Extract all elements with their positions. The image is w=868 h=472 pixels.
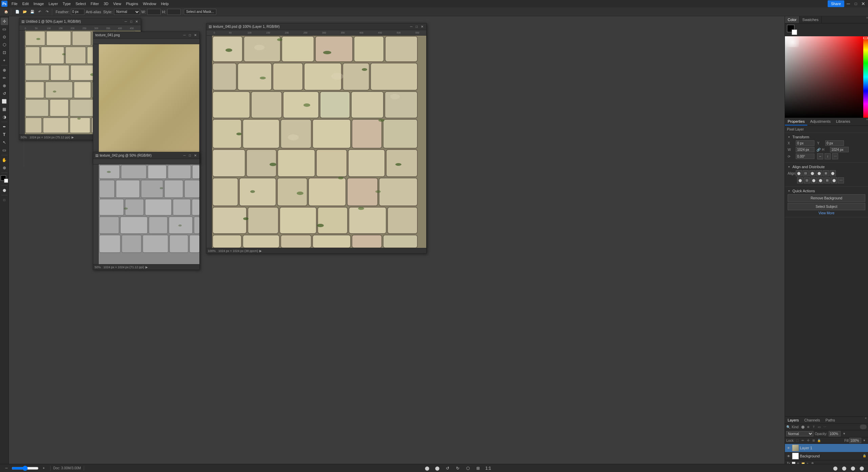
menu-edit[interactable]: Edit: [20, 1, 31, 6]
pen-tool[interactable]: ✒: [1, 123, 8, 131]
status-rotate-left-button[interactable]: ↺: [444, 465, 451, 472]
maximize-app-button[interactable]: □: [852, 0, 859, 7]
fill-input[interactable]: [849, 438, 861, 443]
selection-tool[interactable]: ▭: [1, 25, 8, 33]
feather-input[interactable]: [71, 9, 84, 15]
filter-type-button[interactable]: T: [811, 425, 816, 429]
dodge-tool[interactable]: ◑: [1, 113, 8, 121]
menu-file[interactable]: File: [9, 1, 20, 6]
doc1-arrow[interactable]: ▶: [72, 136, 74, 139]
flip-v-button[interactable]: ↕: [825, 153, 831, 159]
lock-artboard-button[interactable]: ⊞: [811, 438, 816, 443]
menu-layer[interactable]: Layer: [46, 1, 60, 6]
color-panel-collapse[interactable]: ≡: [866, 16, 868, 23]
object-select-tool[interactable]: ⬡: [1, 41, 8, 48]
lock-pixels-button[interactable]: ✏: [801, 438, 805, 443]
toolbar-home-button[interactable]: 🏠: [3, 8, 9, 15]
filter-shape-button[interactable]: ▭: [817, 425, 822, 429]
menu-window[interactable]: Window: [141, 1, 158, 6]
doc3-minimize[interactable]: ─: [182, 154, 186, 158]
minimize-app-button[interactable]: ─: [845, 0, 852, 7]
history-brush-tool[interactable]: ↺: [1, 90, 8, 97]
toolbar-redo-button[interactable]: ↷: [44, 8, 51, 15]
w-input[interactable]: [796, 147, 814, 152]
menu-type[interactable]: Type: [61, 1, 73, 6]
doc4-arrow[interactable]: ▶: [259, 249, 262, 253]
lasso-tool[interactable]: ⊙: [1, 33, 8, 41]
doc4-minimize[interactable]: ─: [409, 25, 413, 29]
y-input[interactable]: [825, 140, 844, 146]
status-prev-button[interactable]: ⬤: [423, 465, 431, 472]
doc3-arrow[interactable]: ▶: [145, 266, 148, 269]
doc2-titlebar[interactable]: texture_041.png ─ □ ✕: [93, 32, 199, 39]
layers-panel-collapse[interactable]: ≡: [865, 417, 868, 424]
transform-arrow[interactable]: ▼: [788, 136, 790, 139]
zoom-slider[interactable]: [12, 467, 39, 470]
adjustments-tab[interactable]: Adjustments: [807, 118, 833, 125]
quick-actions-arrow[interactable]: ▼: [788, 190, 790, 193]
move-tool[interactable]: ✢: [1, 18, 8, 25]
align-right-button[interactable]: ⬤: [809, 170, 815, 176]
align-arrow[interactable]: ▼: [788, 165, 790, 169]
align-bottom-button[interactable]: ⬤: [830, 170, 836, 176]
doc1-titlebar[interactable]: 🖼 Untitled-1 @ 50% (Layer 1, RGB/8#) ─ □…: [19, 18, 141, 25]
doc2-maximize[interactable]: □: [188, 33, 192, 37]
color-gradient-picker[interactable]: [785, 36, 863, 118]
dist-bottom-button[interactable]: ⬤: [831, 177, 837, 183]
properties-tab[interactable]: Properties: [785, 118, 807, 125]
status-rotate-button[interactable]: ⬤: [849, 465, 856, 472]
status-fill-button[interactable]: ⊞: [474, 465, 482, 472]
filter-pixel-button[interactable]: ⬤: [801, 425, 805, 429]
toolbar-save-button[interactable]: 💾: [29, 8, 36, 15]
gradient-tool[interactable]: ▦: [1, 105, 8, 113]
doc4-maximize[interactable]: □: [415, 25, 419, 29]
align-top-button[interactable]: ⬤: [816, 170, 822, 176]
brush-tool[interactable]: ✏: [1, 74, 8, 82]
share-button[interactable]: Share: [828, 0, 844, 7]
zoom-tool[interactable]: ⊕: [1, 164, 8, 172]
select-subject-button[interactable]: Select Subject: [788, 203, 865, 210]
background-visibility[interactable]: 👁: [786, 454, 791, 458]
dist-right-button[interactable]: ⬤: [811, 177, 817, 183]
menu-3d[interactable]: 3D: [102, 1, 111, 6]
layer-filter-toggle[interactable]: [860, 425, 867, 429]
flip-h-button[interactable]: ↔: [817, 153, 823, 159]
layer-item-background[interactable]: 👁 Background 🔒: [785, 452, 868, 460]
h-input[interactable]: [830, 147, 849, 152]
menu-help[interactable]: Help: [159, 1, 171, 6]
lock-all-button[interactable]: 🔒: [817, 438, 822, 443]
doc1-minimize[interactable]: ─: [124, 20, 128, 24]
filter-smart-button[interactable]: ⋯: [822, 425, 827, 429]
doc2-close[interactable]: ✕: [193, 33, 197, 37]
align-center-h-button[interactable]: ⊟: [803, 170, 809, 176]
swatches-tab[interactable]: Swatches: [800, 16, 822, 23]
filter-adjustment-button[interactable]: ⊕: [806, 425, 811, 429]
dist-center-h-button[interactable]: ⊟: [804, 177, 810, 183]
heal-tool[interactable]: ⊕: [1, 66, 8, 74]
height-input[interactable]: [167, 9, 181, 15]
opacity-chevron[interactable]: ▼: [842, 431, 847, 436]
status-100-button[interactable]: 1:1: [485, 465, 492, 472]
lock-transparent-button[interactable]: ⬚: [795, 438, 800, 443]
style-select[interactable]: Normal Fixed Ratio Fixed Size: [114, 9, 140, 15]
color-hue-bar[interactable]: [863, 36, 868, 118]
channels-tab[interactable]: Channels: [802, 417, 823, 424]
path-select-tool[interactable]: ↖: [1, 139, 8, 146]
menu-plugins[interactable]: Plugins: [124, 1, 140, 6]
close-app-button[interactable]: ✕: [860, 0, 867, 7]
opacity-input[interactable]: [829, 431, 841, 436]
eyedropper-tool[interactable]: ⌖: [1, 57, 8, 64]
toolbar-new-button[interactable]: 📄: [14, 8, 21, 15]
dist-left-button[interactable]: ⬤: [797, 177, 803, 183]
fill-chevron[interactable]: ▼: [862, 438, 867, 443]
change-screen-mode-tool[interactable]: □: [1, 196, 8, 204]
align-center-v-button[interactable]: ⊞: [823, 170, 829, 176]
more-transform-button[interactable]: ⋯: [832, 153, 838, 159]
rotation-input[interactable]: [796, 154, 814, 159]
dist-top-button[interactable]: ⬤: [817, 177, 824, 183]
properties-panel-collapse[interactable]: ≡: [866, 118, 868, 125]
status-zoom-out[interactable]: ─: [3, 465, 10, 472]
doc3-close[interactable]: ✕: [193, 154, 197, 158]
more-align-button[interactable]: ⋯: [838, 177, 844, 183]
background-swatch[interactable]: [792, 29, 797, 35]
